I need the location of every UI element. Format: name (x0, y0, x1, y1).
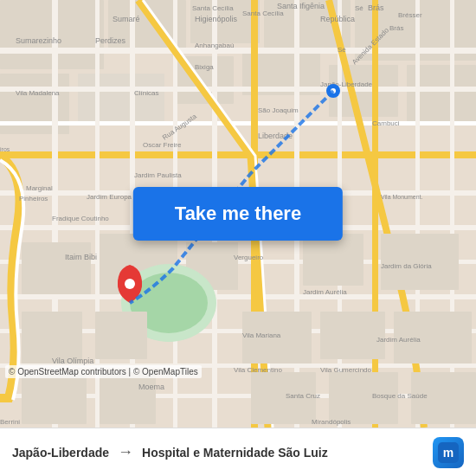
svg-text:República: República (320, 15, 355, 23)
svg-text:Santa Cecília: Santa Cecília (242, 10, 284, 17)
svg-text:Sé: Sé (338, 46, 346, 54)
svg-rect-15 (0, 151, 476, 158)
svg-rect-12 (0, 48, 476, 54)
svg-rect-47 (100, 372, 156, 424)
svg-text:Jardim Europa: Jardim Europa (87, 193, 132, 201)
svg-text:Mirandópolis: Mirandópolis (312, 418, 351, 426)
svg-text:Brésser: Brésser (398, 11, 422, 19)
svg-text:Fradique Coutinho: Fradique Coutinho (52, 215, 109, 222)
svg-text:Marginal: Marginal (26, 184, 53, 192)
svg-text:São Joaquim: São Joaquim (258, 106, 299, 114)
svg-text:Jardim Paulista: Jardim Paulista (134, 171, 182, 179)
svg-rect-37 (303, 234, 363, 286)
svg-text:Higienópolis: Higienópolis (195, 15, 238, 23)
svg-text:Berrini: Berrini (0, 418, 20, 426)
svg-text:Vila Clementino: Vila Clementino (234, 366, 282, 374)
map-container: Sumarezinho Vila Madalena Marginal Pinhe… (0, 0, 476, 428)
svg-text:Pinheiros: Pinheiros (19, 195, 48, 203)
svg-rect-46 (22, 372, 87, 424)
svg-text:Oscar Freire: Oscar Freire (143, 141, 182, 149)
svg-rect-24 (95, 0, 100, 428)
svg-text:Sé: Sé (355, 4, 363, 12)
svg-rect-41 (22, 312, 82, 363)
svg-rect-44 (320, 312, 385, 359)
svg-text:Santa Cruz: Santa Cruz (286, 392, 320, 400)
svg-text:Brás: Brás (389, 24, 403, 32)
footer: Japão-Liberdade → Hospital e Maternidade… (0, 428, 476, 476)
svg-text:Vila Monument.: Vila Monument. (381, 194, 423, 200)
svg-rect-42 (95, 312, 147, 359)
svg-rect-14 (0, 121, 476, 125)
svg-text:Santa Cecília: Santa Cecília (192, 4, 234, 12)
footer-destination: Hospital e Maternidade São Luiz (142, 446, 433, 460)
svg-text:Jardim da Glória: Jardim da Glória (381, 262, 432, 270)
svg-rect-31 (372, 0, 378, 428)
app: Sumarezinho Vila Madalena Marginal Pinhe… (0, 0, 476, 476)
moovit-logo: m (433, 437, 464, 468)
svg-rect-34 (22, 242, 91, 294)
svg-text:Jardim Aurélia: Jardim Aurélia (376, 336, 421, 344)
map-attribution: © OpenStreetMap contributors | © OpenMap… (5, 365, 202, 378)
button-overlay: Take me there (133, 187, 343, 241)
svg-text:Itaim Bibi: Itaim Bibi (65, 253, 97, 261)
svg-text:Jardim Aurélia: Jardim Aurélia (303, 288, 347, 296)
svg-text:Anhangabaú: Anhangabaú (195, 42, 234, 49)
svg-point-97 (125, 279, 135, 289)
svg-text:Vila Madalena: Vila Madalena (16, 89, 60, 97)
svg-text:Brás: Brás (368, 3, 384, 12)
svg-text:Cambuci: Cambuci (372, 119, 400, 127)
svg-text:Vila Mariana: Vila Mariana (242, 331, 281, 339)
svg-rect-13 (0, 87, 476, 92)
svg-text:Bosque da Saúde: Bosque da Saúde (372, 392, 428, 400)
moovit-icon: m (433, 437, 464, 468)
svg-text:iros: iros (0, 146, 10, 152)
svg-text:m: m (443, 446, 453, 460)
footer-origin: Japão-Liberdade (12, 446, 109, 460)
svg-text:Bixiga: Bixiga (195, 63, 214, 71)
take-me-there-button[interactable]: Take me there (133, 187, 343, 241)
svg-text:Sumarezinho: Sumarezinho (16, 36, 61, 45)
svg-text:Vila Gumercindo: Vila Gumercindo (320, 366, 372, 374)
svg-text:Vergueiro: Vergueiro (234, 254, 264, 261)
svg-text:Santa Ifigênia: Santa Ifigênia (277, 2, 325, 10)
svg-text:Moema: Moema (138, 383, 164, 391)
svg-text:Sumaré: Sumaré (113, 15, 140, 23)
svg-text:Vila Olímpia: Vila Olímpia (52, 357, 93, 365)
svg-text:Perdizes: Perdizes (95, 36, 126, 45)
svg-text:Clínicas: Clínicas (134, 89, 158, 97)
svg-rect-7 (78, 74, 164, 125)
footer-arrow-icon: → (118, 443, 133, 461)
